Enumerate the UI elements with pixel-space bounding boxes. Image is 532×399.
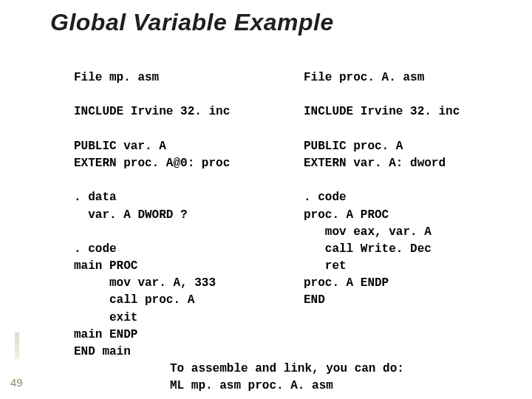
right-include: INCLUDE Irvine 32. inc bbox=[304, 105, 460, 118]
right-column: File proc. A. asm INCLUDE Irvine 32. inc… bbox=[304, 69, 510, 361]
left-decl2: EXTERN proc. A@0: proc bbox=[74, 157, 230, 170]
left-data1: . data bbox=[74, 191, 117, 204]
left-code1: main PROC bbox=[74, 259, 137, 273]
left-file: File mp. asm bbox=[74, 71, 159, 84]
side-decoration bbox=[15, 332, 19, 359]
left-column: File mp. asm INCLUDE Irvine 32. inc PUBL… bbox=[74, 69, 280, 361]
slide: Global Variable Example File mp. asm INC… bbox=[0, 0, 532, 399]
right-file: File proc. A. asm bbox=[304, 71, 424, 84]
left-code4: exit bbox=[74, 311, 137, 324]
left-code0: . code bbox=[74, 242, 117, 256]
footer-line2: ML mp. asm proc. A. asm bbox=[170, 379, 333, 392]
right-code1: proc. A PROC bbox=[304, 208, 389, 222]
left-code5: main ENDP bbox=[74, 328, 137, 341]
right-code4: ret bbox=[304, 259, 347, 273]
right-code5: proc. A ENDP bbox=[304, 276, 389, 290]
page-title: Global Variable Example bbox=[50, 9, 334, 36]
right-code2: mov eax, var. A bbox=[304, 225, 432, 239]
right-decl1: PUBLIC proc. A bbox=[304, 140, 403, 153]
two-columns: File mp. asm INCLUDE Irvine 32. inc PUBL… bbox=[74, 69, 510, 361]
right-decl2: EXTERN var. A: dword bbox=[304, 157, 446, 170]
content-area: File mp. asm INCLUDE Irvine 32. inc PUBL… bbox=[74, 69, 510, 395]
right-code0: . code bbox=[304, 191, 347, 204]
footer-line1: To assemble and link, you can do: bbox=[170, 362, 404, 375]
left-code2: mov var. A, 333 bbox=[74, 276, 216, 290]
footer-block: To assemble and link, you can do: ML mp.… bbox=[170, 361, 510, 395]
left-decl1: PUBLIC var. A bbox=[74, 140, 166, 153]
left-include: INCLUDE Irvine 32. inc bbox=[74, 105, 230, 118]
left-data2: var. A DWORD ? bbox=[74, 208, 188, 222]
left-code6: END main bbox=[74, 345, 131, 358]
left-code3: call proc. A bbox=[74, 293, 194, 307]
right-code6: END bbox=[304, 293, 325, 307]
slide-number: 49 bbox=[10, 376, 23, 389]
right-code3: call Write. Dec bbox=[304, 242, 432, 256]
